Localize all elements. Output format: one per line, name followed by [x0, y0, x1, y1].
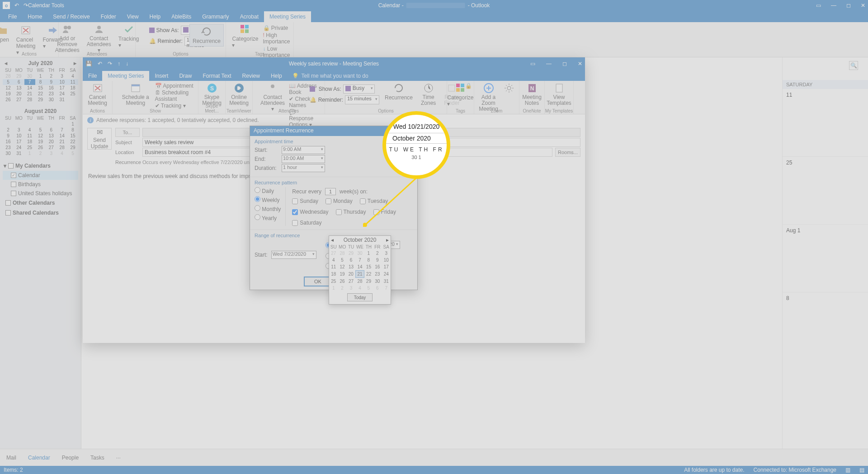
mini-cal-day[interactable] [57, 121, 67, 127]
pattern-radio-monthly[interactable]: Monthly [255, 205, 281, 212]
mini-cal-day[interactable] [35, 121, 46, 127]
mini-cal-day[interactable]: 4 [67, 73, 78, 79]
mini-cal-day[interactable]: 24 [57, 91, 67, 97]
mini-cal-day[interactable]: 16 [3, 139, 14, 145]
date-picker-day[interactable]: 2 [338, 285, 346, 291]
mini-cal-day[interactable]: 1 [24, 150, 35, 156]
date-picker-day[interactable]: 3 [347, 285, 355, 291]
mtab-format-text[interactable]: Format Text [197, 71, 236, 81]
recurrence-button[interactable]: Recurrence [382, 82, 415, 107]
view-normal-icon[interactable]: ▥ [845, 467, 850, 473]
appointment-button[interactable]: 📅 Appointment [155, 83, 194, 89]
mini-cal-day[interactable]: 18 [67, 85, 78, 91]
mini-cal-day[interactable] [3, 121, 14, 127]
date-picker-day[interactable]: 1 [364, 250, 373, 257]
date-picker-day[interactable]: 6 [347, 257, 355, 263]
mini-cal-day[interactable]: 28 [24, 97, 35, 103]
mini-cal-day[interactable]: 16 [46, 85, 57, 91]
start-time-select[interactable]: 9:00 AM [282, 146, 325, 154]
date-picker-day[interactable]: 7 [382, 285, 391, 291]
mini-cal-day[interactable]: 23 [3, 145, 14, 150]
mini-cal-day[interactable]: 2 [46, 73, 57, 79]
mini-cal-day[interactable]: 12 [35, 133, 46, 139]
reminder-select[interactable]: 15 minutes [345, 95, 379, 104]
mini-cal-day[interactable]: 9 [46, 79, 57, 85]
mtab-draw[interactable]: Draw [174, 71, 197, 81]
date-picker-day[interactable]: 6 [373, 285, 382, 291]
mtab-help[interactable]: Help [265, 71, 288, 81]
mini-cal-day[interactable]: 5 [35, 127, 46, 133]
mini-cal-day[interactable]: 19 [3, 91, 14, 97]
calendar-group[interactable]: Other Calendars [3, 198, 78, 208]
mtab-meeting-series[interactable]: Meeting Series [102, 71, 149, 81]
mini-cal-day[interactable]: 31 [57, 97, 67, 103]
tab-file[interactable]: File [3, 11, 22, 22]
date-picker-day[interactable]: 9 [373, 257, 382, 263]
mini-cal-day[interactable]: 5 [3, 79, 14, 85]
nav-tasks[interactable]: Tasks [90, 455, 104, 461]
date-picker-day[interactable]: 16 [373, 263, 382, 271]
meeting-notes-button[interactable]: NMeeting Notes [519, 82, 544, 107]
end-time-select[interactable]: 10:00 AM [282, 155, 325, 163]
mini-cal-day[interactable]: 11 [24, 133, 35, 139]
mtab-file[interactable]: File [83, 71, 102, 81]
mini-cal-day[interactable]: 3 [14, 127, 24, 133]
day-cell[interactable]: 8 [783, 292, 868, 360]
date-picker-popup[interactable]: ◂October 2020▸ SUMOTUWETHFRSA27282930123… [329, 235, 391, 305]
tracking-button[interactable]: ✔ Tracking ▾ [155, 103, 194, 109]
nav-mail[interactable]: Mail [6, 455, 16, 461]
view-templates-button[interactable]: View Templates [544, 82, 574, 107]
contact-attendees-button[interactable]: Contact Attendees ▾ [256, 82, 289, 128]
ribbon-display-icon[interactable]: ▭ [530, 61, 535, 67]
day-checkbox-saturday[interactable]: Saturday [292, 220, 321, 226]
next-month-icon[interactable]: ▸ [74, 60, 76, 66]
undo-icon[interactable]: ↶ [14, 2, 19, 9]
tab-send-receive[interactable]: Send / Receive [47, 11, 95, 22]
date-picker-day[interactable]: 12 [338, 263, 346, 271]
mtab-insert[interactable]: Insert [149, 71, 174, 81]
tab-grammarly[interactable]: Grammarly [197, 11, 234, 22]
mini-cal-day[interactable]: 13 [14, 85, 24, 91]
mini-cal-day[interactable] [46, 121, 57, 127]
mini-cal-day[interactable]: 6 [46, 127, 57, 133]
nav-people[interactable]: People [62, 455, 79, 461]
calendar-list-item[interactable]: Birthdays [3, 180, 78, 189]
date-picker-day[interactable]: 24 [382, 271, 391, 278]
date-picker-day[interactable]: 8 [364, 257, 373, 263]
mini-cal-day[interactable]: 14 [57, 133, 67, 139]
contact-attendees-button[interactable]: Contact Attendees ▾ [84, 23, 114, 55]
today-button[interactable]: Today [347, 293, 373, 301]
schedule-meeting-button[interactable]: Schedule a Meeting [116, 82, 155, 109]
redo-icon[interactable]: ↷ [108, 61, 112, 67]
mini-cal-day[interactable]: 14 [24, 85, 35, 91]
mini-cal-day[interactable]: 4 [57, 150, 67, 156]
date-picker-day[interactable]: 19 [338, 271, 346, 278]
close-icon[interactable]: ✕ [861, 2, 865, 9]
mini-cal-day[interactable]: 22 [35, 91, 46, 97]
mini-cal-day[interactable]: 5 [67, 150, 78, 156]
mini-cal-day[interactable]: 2 [3, 127, 14, 133]
mini-cal-day[interactable]: 29 [67, 145, 78, 150]
date-picker-day[interactable]: 1 [329, 285, 338, 291]
mini-cal-day[interactable]: 22 [67, 139, 78, 145]
day-checkbox-sunday[interactable]: Sunday [292, 198, 318, 204]
date-picker-day[interactable]: 5 [338, 257, 346, 263]
mini-cal-day[interactable]: 30 [3, 150, 14, 156]
date-picker-day[interactable]: 5 [364, 285, 373, 291]
day-checkbox-wednesday[interactable]: Wednesday [292, 209, 328, 215]
date-picker-day[interactable]: 20 [347, 271, 355, 278]
mini-cal-day[interactable]: 20 [14, 91, 24, 97]
mini-cal-day[interactable]: 6 [14, 79, 24, 85]
private-toggle[interactable]: 🔒 Private [263, 25, 290, 31]
mini-cal-day[interactable]: 25 [24, 145, 35, 150]
pattern-radio-yearly[interactable]: Yearly [255, 214, 281, 221]
minimize-icon[interactable]: — [831, 2, 836, 9]
date-picker-day[interactable]: 29 [347, 250, 355, 257]
date-picker-day[interactable]: 7 [355, 257, 364, 263]
mini-cal-day[interactable]: 4 [24, 127, 35, 133]
tab-meeting-series[interactable]: Meeting Series [264, 11, 311, 22]
mini-cal-day[interactable]: 31 [14, 150, 24, 156]
tab-view[interactable]: View [122, 11, 144, 22]
date-picker-day[interactable]: 13 [347, 263, 355, 271]
mini-cal-day[interactable] [24, 121, 35, 127]
